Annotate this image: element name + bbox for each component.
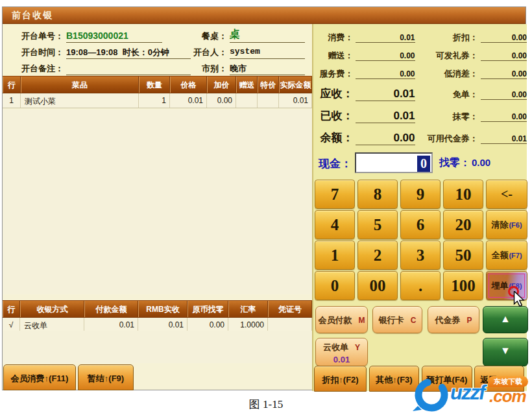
- key-00[interactable]: 00: [357, 271, 398, 300]
- key-6[interactable]: 6: [400, 210, 441, 239]
- key-8[interactable]: 8: [357, 180, 398, 209]
- summary-row-receivable: 应收： 0.01 免单： 0.00: [313, 86, 527, 101]
- key-clear-f6[interactable]: 清除(F6): [486, 210, 527, 239]
- payments-table: 行 收银方式 付款金额 RMB实收 原币找零 汇率 凭证号 √ 云收单 0.01…: [3, 300, 312, 333]
- payments-table-header: 行 收银方式 付款金额 RMB实收 原币找零 汇率 凭证号: [3, 300, 312, 318]
- checkout-panel: 消费： 0.01 折扣： 0.00 赠送： 0.00 可发礼券： 0.00 服务…: [312, 24, 527, 391]
- other-button[interactable]: 其他↑(F3): [369, 366, 419, 392]
- key-5[interactable]: 5: [357, 210, 398, 239]
- figure-caption: 图 1-15: [0, 397, 532, 412]
- remark-value: [66, 63, 191, 75]
- open-time-value: 19:08—19:08 时长：0分钟: [66, 47, 191, 59]
- col-qty: 数量: [139, 77, 170, 93]
- summary-row-received: 已收： 0.01 抹零： 0.00: [313, 108, 527, 123]
- key-50[interactable]: 50: [443, 241, 483, 270]
- summary-row-gift: 赠送： 0.00 可发礼券： 0.00: [313, 50, 527, 62]
- open-time-label: 开台时间：: [8, 47, 64, 58]
- shift-value: 晚市: [230, 63, 305, 75]
- key-backspace[interactable]: <-: [486, 180, 527, 209]
- voucher-button[interactable]: 代金券P: [428, 306, 479, 333]
- key-7[interactable]: 7: [315, 180, 355, 209]
- cloud-pay-button[interactable]: 云收单Y 0.01: [315, 338, 368, 366]
- cash-row: 现金： 0 找零： 0.00: [313, 152, 527, 176]
- key-20[interactable]: 20: [443, 210, 483, 239]
- screenshot-canvas: 前台收银 开台单号： B15093000021 餐桌： 桌 开台时间： 19:0…: [0, 0, 532, 415]
- key-2[interactable]: 2: [357, 241, 398, 270]
- key-9[interactable]: 9: [400, 180, 441, 209]
- col-line: 行: [3, 77, 21, 93]
- key-100[interactable]: 100: [443, 271, 483, 300]
- numeric-keypad: 7 8 9 10 <- 4 5 6 20 清除(F6) 1 2 3: [315, 180, 527, 302]
- window-title: 前台收银: [3, 10, 53, 21]
- order-no-value: B15093000021: [66, 30, 162, 43]
- temp-settle-button[interactable]: 暂结↑(F9): [78, 364, 134, 390]
- col-amount: 实际金额: [279, 77, 312, 93]
- item-row[interactable]: 1 测试小菜 1 0.01 0.00 0.01: [3, 93, 312, 108]
- summary-row-service: 服务费： 0.00 低消差： 0.00: [313, 68, 527, 80]
- operator-value: system: [230, 47, 305, 59]
- col-price: 价格: [170, 77, 207, 93]
- key-0[interactable]: 0: [315, 271, 355, 300]
- pcol-method: 收银方式: [20, 301, 84, 317]
- summary-row-consume: 消费： 0.01 折扣： 0.00: [313, 32, 527, 43]
- order-no-label: 开台单号：: [8, 30, 64, 42]
- col-markup: 加价: [207, 77, 236, 93]
- order-info-panel: 开台单号： B15093000021 餐桌： 桌 开台时间： 19:08—19:…: [3, 24, 312, 76]
- change-value: 0.00: [472, 157, 490, 168]
- preprint-button[interactable]: 预打单(F4): [422, 366, 472, 392]
- pos-window: 前台收银 开台单号： B15093000021 餐桌： 桌 开台时间： 19:0…: [2, 6, 526, 390]
- title-bar: 前台收银: [3, 7, 526, 24]
- pcol-amount: 付款金额: [84, 301, 138, 317]
- pcol-change: 原币找零: [187, 301, 228, 317]
- shift-label: 市别：: [193, 63, 227, 75]
- member-consume-button[interactable]: 会员消费↑(F11): [3, 364, 76, 390]
- key-fullamount-f7[interactable]: 全额(F7): [486, 241, 527, 270]
- key-3[interactable]: 3: [400, 241, 441, 270]
- scroll-up-button[interactable]: ▲: [483, 306, 528, 333]
- col-special: 特价: [258, 77, 279, 93]
- change-label: 找零：: [439, 156, 470, 170]
- payments-table-empty-area: [3, 331, 312, 363]
- col-gift: 赠送: [236, 77, 258, 93]
- pcol-line: 行: [3, 301, 20, 317]
- scroll-down-button[interactable]: ▼: [483, 338, 528, 366]
- items-table-empty-area: [3, 110, 312, 294]
- key-1[interactable]: 1: [315, 241, 355, 270]
- summary-row-balance: 余额： 0.00 可用代金券： 0.01: [313, 130, 527, 145]
- back-button[interactable]: 返回(Esc): [474, 366, 524, 392]
- cash-label: 现金：: [319, 156, 352, 171]
- up-arrow-icon: ▲: [500, 313, 511, 324]
- discount-button[interactable]: 折扣↑(F2): [314, 366, 367, 392]
- operator-label: 开台人：: [193, 47, 227, 58]
- items-table-header: 行 菜品 数量 价格 加价 赠送 特价 实际金额: [3, 76, 312, 93]
- items-table: 行 菜品 数量 价格 加价 赠送 特价 实际金额 1 测试小菜 1 0.01 0…: [3, 76, 312, 108]
- cash-input-value: 0: [417, 156, 430, 172]
- key-4[interactable]: 4: [315, 210, 355, 239]
- key-10[interactable]: 10: [443, 180, 483, 209]
- bank-card-button[interactable]: 银行卡C: [372, 306, 422, 333]
- remark-label: 开台备注：: [8, 63, 64, 75]
- pcol-rate: 汇率: [228, 301, 268, 317]
- table-value: 桌: [230, 28, 305, 43]
- col-dish: 菜品: [21, 77, 139, 93]
- table-label: 餐桌：: [193, 30, 227, 42]
- pcol-rmb: RMB实收: [138, 301, 187, 317]
- cash-input[interactable]: 0: [355, 152, 433, 173]
- pcol-voucher: 凭证号: [268, 301, 312, 317]
- down-arrow-icon: ▼: [500, 345, 511, 356]
- member-pay-button[interactable]: 会员付款M: [315, 306, 368, 333]
- key-dot[interactable]: .: [400, 271, 441, 300]
- mouse-cursor-icon: [513, 291, 526, 307]
